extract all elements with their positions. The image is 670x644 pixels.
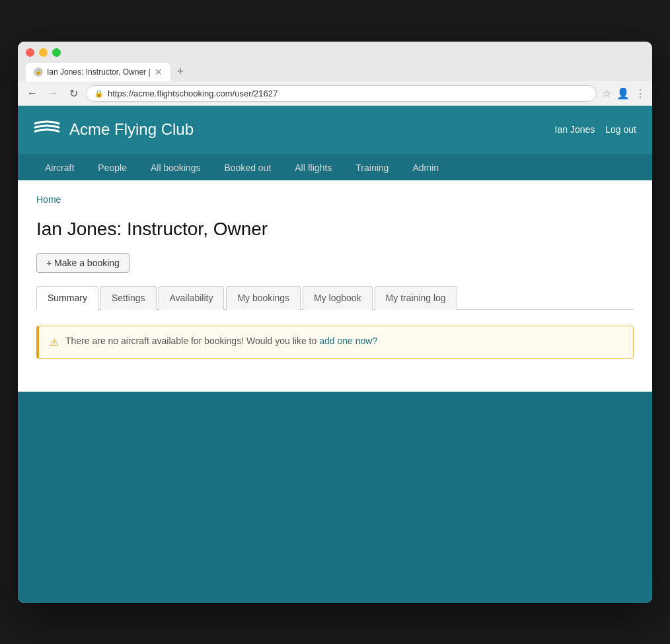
url-text: https://acme.flightschooking.com/user/21… <box>108 89 588 98</box>
alert-text: There are no aircraft available for book… <box>65 336 377 346</box>
nav-item-admin[interactable]: Admin <box>401 154 450 181</box>
nav-item-aircraft[interactable]: Aircraft <box>34 154 85 181</box>
app-header: Acme Flying Club Ian Jones Log out <box>18 106 652 154</box>
tab-my-logbook[interactable]: My logbook <box>303 286 373 310</box>
traffic-lights <box>26 48 644 57</box>
menu-icon[interactable]: ⋮ <box>635 87 646 100</box>
alert-link[interactable]: add one now? <box>319 336 377 346</box>
tab-title: Ian Jones: Instructor, Owner | <box>47 67 151 77</box>
reload-button[interactable]: ↻ <box>67 86 81 101</box>
new-tab-button[interactable]: + <box>172 62 190 81</box>
tab-bar: 🔒 Ian Jones: Instructor, Owner | ✕ + <box>26 62 644 81</box>
warning-icon: ⚠ <box>50 336 59 349</box>
page-footer <box>18 392 652 603</box>
minimize-window-button[interactable] <box>39 48 48 57</box>
nav-item-all-flights[interactable]: All flights <box>283 154 343 181</box>
profile-icon[interactable]: 👤 <box>616 87 630 100</box>
breadcrumb-home[interactable]: Home <box>36 194 61 205</box>
app-logo: Acme Flying Club <box>34 118 194 142</box>
logo-icon <box>34 118 60 142</box>
nav-bar: Aircraft People All bookings Booked out … <box>18 154 652 180</box>
page-content: Home Ian Jones: Instructor, Owner + Make… <box>18 180 652 392</box>
header-username: Ian Jones <box>555 124 595 135</box>
tab-close-button[interactable]: ✕ <box>155 67 163 77</box>
breadcrumb: Home <box>36 194 634 205</box>
header-user-actions: Ian Jones Log out <box>555 124 636 135</box>
tabs-row: Summary Settings Availability My booking… <box>36 286 634 310</box>
nav-item-people[interactable]: People <box>87 154 138 181</box>
lock-icon: 🔒 <box>94 89 104 98</box>
tab-favicon: 🔒 <box>34 67 43 77</box>
address-bar-row: ← → ↻ 🔒 https://acme.flightschooking.com… <box>18 81 652 106</box>
back-button[interactable]: ← <box>24 86 40 100</box>
tab-availability[interactable]: Availability <box>159 286 225 310</box>
browser-chrome: 🔒 Ian Jones: Instructor, Owner | ✕ + <box>18 42 652 81</box>
address-bar[interactable]: 🔒 https://acme.flightschooking.com/user/… <box>86 85 597 102</box>
browser-tab[interactable]: 🔒 Ian Jones: Instructor, Owner | ✕ <box>26 63 170 81</box>
bookmark-icon[interactable]: ☆ <box>602 87 611 100</box>
tab-settings[interactable]: Settings <box>100 286 157 310</box>
close-window-button[interactable] <box>26 48 34 57</box>
logout-button[interactable]: Log out <box>605 124 636 135</box>
nav-item-training[interactable]: Training <box>344 154 400 181</box>
tab-my-bookings[interactable]: My bookings <box>226 286 301 310</box>
page-title: Ian Jones: Instructor, Owner <box>36 219 634 240</box>
nav-item-all-bookings[interactable]: All bookings <box>139 154 212 181</box>
address-actions: ☆ 👤 ⋮ <box>602 87 646 100</box>
tab-my-training-log[interactable]: My training log <box>375 286 457 310</box>
forward-button[interactable]: → <box>46 86 61 100</box>
app-title: Acme Flying Club <box>69 120 194 139</box>
alert-text-before: There are no aircraft available for book… <box>65 336 319 346</box>
alert-box: ⚠ There are no aircraft available for bo… <box>36 326 634 359</box>
tab-summary[interactable]: Summary <box>36 286 98 310</box>
make-booking-button[interactable]: + Make a booking <box>36 253 130 273</box>
nav-item-booked-out[interactable]: Booked out <box>213 154 282 181</box>
browser-window: 🔒 Ian Jones: Instructor, Owner | ✕ + ← →… <box>18 42 652 603</box>
maximize-window-button[interactable] <box>52 48 61 57</box>
